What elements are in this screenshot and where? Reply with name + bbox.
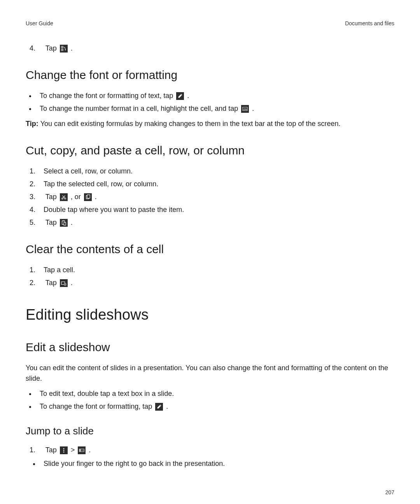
svg-point-22	[63, 452, 64, 453]
qr-share-icon	[60, 45, 68, 52]
svg-rect-15	[64, 222, 66, 225]
heading-cut-copy-paste: Cut, copy, and paste a cell, row, or col…	[26, 142, 394, 159]
edit-pen-icon	[155, 403, 163, 411]
tip-text: You can edit existing formulas by making…	[40, 120, 341, 128]
edit-slideshow-bullets: To edit text, double tap a text box in a…	[26, 388, 394, 412]
svg-rect-12	[87, 195, 90, 198]
svg-point-27	[84, 450, 84, 451]
svg-point-25	[81, 450, 82, 451]
jump-sub-list: Slide your finger to the right to go bac…	[30, 458, 394, 469]
svg-rect-24	[80, 450, 81, 452]
cut-step-4: Double tap where you want to paste the i…	[26, 205, 394, 215]
filmstrip-icon	[78, 446, 86, 454]
clear-cell-icon	[60, 279, 68, 287]
step-4: Tap .	[26, 43, 394, 54]
heading-jump-to-slide: Jump to a slide	[26, 424, 394, 439]
cut-step-5: Tap .	[26, 217, 394, 228]
svg-point-26	[82, 450, 83, 451]
header-left: User Guide	[26, 19, 53, 28]
heading-clear-cell: Clear the contents of a cell	[26, 240, 394, 258]
paste-icon	[60, 219, 68, 227]
edit-slide-bullet-2: To change the font or formatting, tap .	[36, 401, 394, 412]
cut-step-3: Tap , or .	[26, 192, 394, 202]
tip-label: Tip:	[26, 120, 40, 128]
jump-sub-1: Slide your finger to the right to go bac…	[40, 458, 394, 469]
page-number: 207	[26, 488, 394, 497]
edit-slideshow-paragraph: You can edit the content of slides in a …	[26, 363, 394, 384]
number-format-icon: 15%	[241, 105, 249, 113]
cut-step-1: Select a cell, row, or column.	[26, 166, 394, 177]
font-bullet-1: To change the font or formatting of text…	[36, 91, 394, 101]
svg-rect-14	[63, 220, 64, 221]
clear-step-1: Tap a cell.	[26, 265, 394, 275]
edit-pen-icon	[176, 92, 184, 100]
tip-paragraph: Tip: You can edit existing formulas by m…	[26, 119, 394, 129]
svg-text:15%: 15%	[243, 108, 247, 110]
svg-point-21	[63, 450, 64, 451]
more-vertical-icon	[60, 446, 68, 454]
step-4-list: Tap .	[26, 43, 394, 54]
font-bullet-list: To change the font or formatting of text…	[26, 91, 394, 114]
page-header: User Guide Documents and files	[26, 19, 394, 28]
cut-step-2: Tap the selected cell, row, or column.	[26, 179, 394, 189]
cut-icon	[60, 193, 68, 201]
svg-rect-3	[62, 49, 63, 50]
font-bullet-2: To change the number format in a cell, h…	[36, 103, 394, 114]
svg-point-20	[63, 448, 64, 449]
svg-rect-1	[62, 47, 63, 47]
heading-change-font: Change the font or formatting	[26, 66, 394, 84]
clear-steps-list: Tap a cell. Tap .	[26, 265, 394, 288]
heading-editing-slideshows: Editing slideshows	[26, 304, 394, 326]
edit-slide-bullet-1: To edit text, double tap a text box in a…	[36, 388, 394, 399]
header-right: Documents and files	[345, 19, 394, 28]
jump-steps-list: Tap > . Slide your finger to the right t…	[26, 445, 394, 469]
clear-step-2: Tap .	[26, 278, 394, 288]
copy-icon	[84, 193, 92, 201]
cut-steps-list: Select a cell, row, or column. Tap the s…	[26, 166, 394, 228]
jump-step-1: Tap > . Slide your finger to the right t…	[26, 445, 394, 469]
heading-edit-slideshow: Edit a slideshow	[26, 338, 394, 356]
